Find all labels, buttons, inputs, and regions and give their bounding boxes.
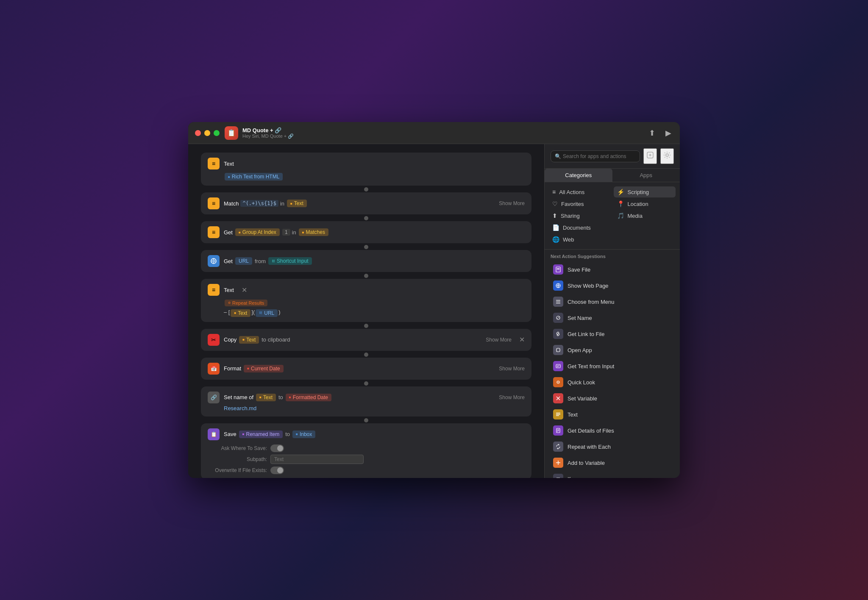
play-button[interactable]: ▶ — [664, 127, 673, 139]
action-header: 📋 Save ■ Renamed Item to ■ Inbox — [208, 428, 525, 440]
choose-from-menu-label: Choose from Menu — [568, 299, 615, 305]
settings-button[interactable] — [660, 148, 674, 164]
repeat-with-each-label: Repeat with Each — [568, 444, 611, 450]
suggestion-get-link-to-file[interactable]: Get Link to File — [547, 326, 677, 342]
media-icon: 🎵 — [617, 212, 624, 219]
token-renamed-item[interactable]: ■ Renamed Item — [239, 431, 283, 438]
suggestion-choose-from-menu[interactable]: Choose from Menu — [547, 294, 677, 310]
token-rich-text[interactable]: ■ Rich Text from HTML — [225, 173, 283, 181]
suggestion-show-web-page[interactable]: Show Web Page — [547, 278, 677, 294]
suggestion-if[interactable]: If — [547, 471, 677, 478]
token-text-inline[interactable]: ■ Text — [231, 309, 250, 317]
favorites-icon: ♡ — [552, 200, 558, 207]
svg-rect-12 — [556, 303, 560, 303]
search-input[interactable] — [551, 150, 640, 162]
action-row: Get ■ Group At Index 1 in ■ Matches — [224, 228, 329, 236]
title-info: MD Quote + 🔗 Hey Siri, MD Quote + 🔗 — [242, 127, 294, 139]
suggestion-repeat-with-each[interactable]: Repeat with Each — [547, 439, 677, 455]
token-shortcut-input[interactable]: ⛓ Shortcut Input — [268, 257, 312, 265]
connector — [364, 187, 368, 192]
suggestion-get-text-from-input[interactable]: Get Text from Input — [547, 358, 677, 374]
suggestion-open-app[interactable]: Open App — [547, 342, 677, 358]
token-inbox[interactable]: ■ Inbox — [292, 431, 315, 438]
action-copy: ✂ Copy ■ Text to clipboard Show More ✕ — [201, 329, 531, 351]
cat-favorites[interactable]: ♡ Favorites — [549, 198, 611, 209]
token-group-at-index[interactable]: ■ Group At Index — [235, 228, 280, 236]
svg-rect-14 — [556, 348, 560, 352]
show-more-setname[interactable]: Show More — [499, 394, 525, 400]
suggestion-add-to-variable[interactable]: Add to Variable — [547, 455, 677, 471]
close-button[interactable] — [195, 130, 201, 136]
toggle-thumb2 — [277, 467, 283, 473]
action-title: Copy — [224, 336, 236, 343]
svg-rect-10 — [556, 300, 560, 300]
suggestion-set-variable[interactable]: Set Variable — [547, 390, 677, 406]
action-icon-save: 📋 — [208, 428, 220, 440]
main-content: ≡ Text ■ Rich Text from HTML ≡ Mat — [188, 144, 680, 478]
cat-scripting[interactable]: ⚡ Scripting — [614, 186, 676, 197]
connector — [364, 381, 368, 386]
action-text2: ≡ Text ✕ ⚙ Repeat Results – [■ Text](⛓ U… — [201, 279, 531, 322]
show-more-format[interactable]: Show More — [499, 366, 525, 372]
cat-sharing[interactable]: ⬆ Sharing — [549, 210, 611, 221]
set-name-label: Set Name — [568, 315, 592, 321]
quick-look-label: Quick Look — [568, 379, 595, 386]
share-button[interactable]: ⬆ — [647, 127, 657, 139]
action-row: Match ^(.+)\s{1}$ in ■ Text — [224, 200, 308, 207]
action-subtext-setname: Research.md — [208, 405, 525, 411]
maximize-button[interactable] — [214, 130, 220, 136]
minimize-button[interactable] — [204, 130, 210, 136]
svg-rect-6 — [557, 268, 559, 269]
close-text2[interactable]: ✕ — [242, 286, 247, 294]
action-row: Get URL from ⛓ Shortcut Input — [224, 257, 313, 265]
cat-location[interactable]: 📍 Location — [614, 198, 676, 209]
token-url-inline[interactable]: ⛓ URL — [256, 309, 278, 317]
add-to-shortcuts-button[interactable] — [643, 148, 657, 164]
app-title-area: 📋 MD Quote + 🔗 Hey Siri, MD Quote + 🔗 — [225, 126, 294, 140]
cat-all-actions[interactable]: ≡ All Actions — [549, 186, 611, 197]
token-repeat-results[interactable]: ⚙ Repeat Results — [225, 300, 267, 306]
cat-favorites-label: Favorites — [561, 201, 584, 207]
suggestion-save-file[interactable]: Save File — [547, 261, 677, 278]
ask-where-toggle[interactable] — [270, 444, 284, 452]
token-matches[interactable]: ■ Matches — [299, 228, 328, 236]
save-file-label: Save File — [568, 267, 590, 273]
subpath-input[interactable] — [270, 455, 364, 464]
cat-documents[interactable]: 📄 Documents — [549, 222, 611, 233]
tab-apps[interactable]: Apps — [612, 169, 680, 182]
app-icon: 📋 — [225, 126, 238, 140]
save-ask-where: Ask Where To Save: — [208, 444, 525, 452]
close-copy[interactable]: ✕ — [519, 336, 525, 344]
choose-from-menu-icon — [553, 297, 563, 307]
suggestion-quick-look[interactable]: Quick Look — [547, 374, 677, 390]
token-text-setname[interactable]: ■ Text — [256, 394, 276, 401]
overwrite-toggle[interactable] — [270, 467, 284, 474]
action-title: Set name of — [224, 394, 253, 400]
open-app-icon — [553, 345, 563, 355]
repeat-with-each-icon — [553, 442, 563, 452]
token-text-copy[interactable]: ■ Text — [239, 336, 259, 344]
action-get-group: ≡ Get ■ Group At Index 1 in ■ Matches — [201, 221, 531, 243]
token-text[interactable]: ■ Text — [287, 200, 307, 207]
tab-categories[interactable]: Categories — [545, 169, 612, 182]
token-current-date[interactable]: ■ Current Date — [244, 365, 284, 372]
all-actions-icon: ≡ — [552, 189, 556, 195]
web-icon: 🌐 — [552, 236, 559, 243]
suggestion-set-name[interactable]: Set Name — [547, 310, 677, 326]
cat-media[interactable]: 🎵 Media — [614, 210, 676, 221]
action-title: Save — [224, 431, 236, 437]
suggestion-text[interactable]: Text — [547, 406, 677, 422]
show-more-copy[interactable]: Show More — [486, 337, 512, 343]
token-formatted-date[interactable]: ■ Formatted Date — [286, 394, 331, 401]
cat-web[interactable]: 🌐 Web — [549, 234, 611, 245]
set-variable-icon — [553, 393, 563, 403]
show-more-match[interactable]: Show More — [499, 200, 525, 206]
add-to-variable-icon — [553, 458, 563, 468]
suggestion-get-details-of-files[interactable]: Get Details of Files — [547, 422, 677, 439]
token-url[interactable]: URL — [235, 257, 252, 265]
action-content[interactable]: ■ Rich Text from HTML — [208, 173, 525, 181]
show-web-page-label: Show Web Page — [568, 283, 609, 289]
action-icon-format: 📅 — [208, 363, 220, 375]
text-action-label: Text — [568, 411, 578, 418]
connector — [364, 245, 368, 249]
